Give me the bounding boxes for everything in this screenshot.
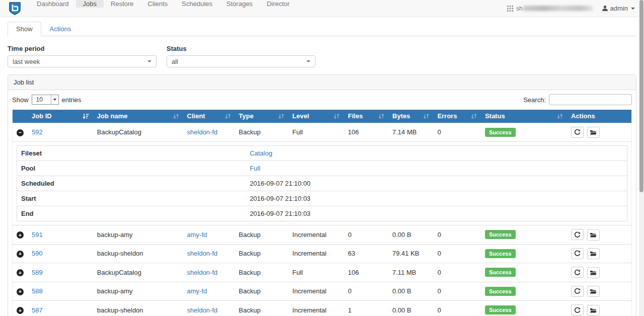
nav-item-dashboard[interactable]: Dashboard (30, 0, 76, 8)
job-name-cell: BackupCatalog (93, 263, 183, 282)
job-log-button[interactable] (587, 127, 600, 138)
column-header-files[interactable]: Files (344, 110, 388, 123)
sort-icon (557, 113, 563, 119)
nav-item-director[interactable]: Director (260, 0, 297, 8)
client-link[interactable]: sheldon-fd (187, 250, 218, 257)
level-cell: Incremental (288, 301, 344, 316)
expand-row-toggle[interactable]: − (17, 129, 24, 136)
job-id-link[interactable]: 588 (32, 287, 43, 295)
column-header-actions[interactable]: Actions (567, 110, 632, 123)
detail-row: End 2016-09-07 21:10:03 (17, 206, 627, 221)
column-header-client[interactable]: Client (183, 110, 235, 123)
rerun-job-button[interactable] (571, 267, 584, 278)
director-hostname: sh (516, 5, 593, 12)
detail-row: Start 2016-09-07 21:10:03 (17, 191, 627, 206)
job-name-cell: backup-amy (93, 225, 183, 245)
tab-show[interactable]: Show (8, 22, 41, 36)
job-detail-table: Fileset Catalog Pool Full Scheduled 2016… (17, 145, 627, 221)
tab-actions[interactable]: Actions (41, 22, 80, 36)
type-cell: Backup (235, 225, 289, 245)
sort-icon (225, 113, 231, 119)
rerun-job-button[interactable] (571, 286, 584, 297)
client-link[interactable]: sheldon-fd (187, 128, 218, 136)
job-name-cell: backup-sheldon (93, 244, 183, 263)
expand-row-toggle[interactable]: + (17, 307, 24, 314)
client-link[interactable]: sheldon-fd (187, 269, 218, 276)
nav-item-schedules[interactable]: Schedules (175, 0, 219, 8)
search-label: Search: (523, 96, 546, 104)
column-header-expand[interactable] (13, 110, 28, 123)
rerun-job-button[interactable] (571, 127, 584, 138)
nav-item-restore[interactable]: Restore (104, 0, 141, 8)
nav-item-jobs[interactable]: Jobs (76, 0, 104, 8)
bareos-logo[interactable] (0, 0, 30, 17)
expand-row-toggle[interactable]: + (17, 251, 24, 258)
user-icon (602, 5, 608, 12)
client-link[interactable]: sheldon-fd (187, 306, 218, 314)
job-id-link[interactable]: 589 (32, 269, 43, 276)
job-log-button[interactable] (587, 267, 600, 278)
search-input[interactable] (549, 94, 632, 105)
type-cell: Backup (235, 301, 289, 316)
job-id-link[interactable]: 591 (32, 231, 43, 239)
user-menu[interactable]: admin (602, 5, 635, 12)
client-link[interactable]: amy-fd (187, 287, 207, 295)
type-cell: Backup (235, 244, 289, 263)
errors-cell: 0 (433, 225, 481, 245)
nav-item-storages[interactable]: Storages (219, 0, 260, 8)
level-cell: Incremental (288, 225, 344, 245)
client-link[interactable]: amy-fd (187, 231, 207, 239)
rerun-job-button[interactable] (571, 248, 584, 259)
bytes-cell: 0.00 B (388, 282, 434, 301)
column-header-errors[interactable]: Errors (433, 110, 481, 123)
type-cell: Backup (235, 263, 289, 282)
select-arrow-button[interactable] (51, 95, 58, 104)
rerun-icon (574, 288, 581, 294)
column-header-job-name[interactable]: Job name (93, 110, 183, 123)
job-log-button[interactable] (587, 248, 600, 259)
detail-value: 2016-09-07 21:10:03 (246, 206, 627, 221)
rerun-job-button[interactable] (571, 304, 584, 315)
job-id-link[interactable]: 587 (32, 306, 43, 314)
errors-cell: 0 (433, 282, 481, 301)
vertical-scrollbar[interactable] (639, 0, 644, 316)
column-header-status[interactable]: Status (481, 110, 567, 123)
job-log-button[interactable] (587, 286, 600, 297)
column-header-level[interactable]: Level (288, 110, 344, 123)
files-cell: 1 (344, 301, 388, 316)
nav-item-clients[interactable]: Clients (141, 0, 175, 8)
expand-row-toggle[interactable]: + (17, 288, 24, 295)
pool-link[interactable]: Full (250, 165, 260, 172)
column-header-job-id[interactable]: Job ID (28, 110, 93, 123)
job-log-button[interactable] (587, 229, 600, 241)
rerun-job-button[interactable] (571, 229, 584, 240)
status-select[interactable]: all (167, 55, 315, 67)
column-header-bytes[interactable]: Bytes (388, 110, 434, 123)
chevron-down-icon (306, 60, 310, 62)
sort-desc-icon (83, 113, 89, 119)
job-log-button[interactable] (587, 305, 600, 316)
scrollbar-thumb[interactable] (639, 0, 643, 192)
folder-open-icon (590, 307, 597, 313)
status-badge: Success (485, 128, 516, 137)
fileset-link[interactable]: Catalog (250, 149, 272, 157)
detail-row: Scheduled 2016-09-07 21:10:00 (17, 176, 627, 191)
page-length-select[interactable]: 10 (32, 95, 59, 105)
detail-label: Start (17, 191, 246, 206)
apps-grid-icon[interactable] (507, 6, 513, 12)
sort-icon (423, 113, 429, 119)
status-badge: Success (485, 305, 516, 314)
job-id-link[interactable]: 590 (32, 250, 43, 257)
expand-row-toggle[interactable]: + (17, 269, 24, 276)
job-id-link[interactable]: 592 (32, 128, 43, 136)
time-period-select[interactable]: last week (8, 55, 156, 67)
table-row: + 588 backup-amy amy-fd Backup Increment… (13, 282, 632, 301)
column-header-type[interactable]: Type (235, 110, 289, 123)
expand-row-toggle[interactable]: + (17, 231, 24, 239)
chevron-down-icon (53, 99, 56, 101)
page-length-control: Show 10 entries (12, 95, 82, 105)
detail-value: 2016-09-07 21:10:00 (246, 176, 627, 191)
job-list-panel: Job list Show 10 entries Search: (8, 74, 636, 316)
bytes-cell: 79.41 KB (388, 244, 434, 263)
length-prefix-label: Show (12, 96, 29, 104)
